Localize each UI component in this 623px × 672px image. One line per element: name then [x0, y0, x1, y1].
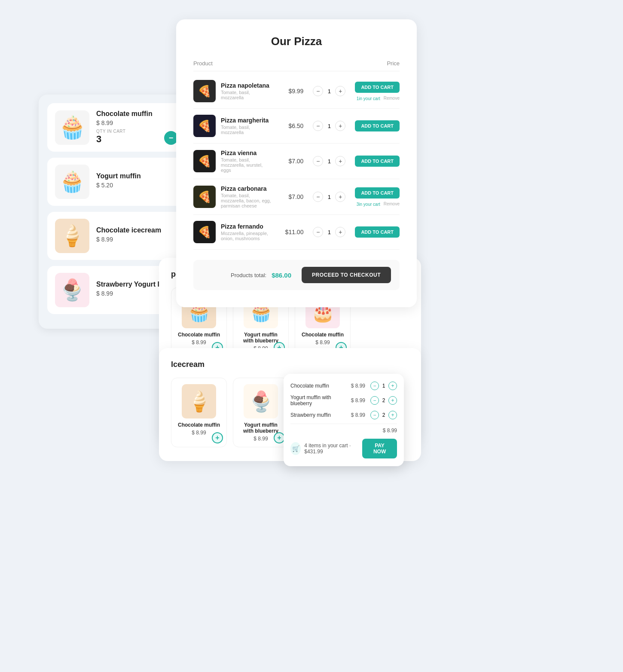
checkout-button[interactable]: PROCEED TO CHECKOUT [302, 267, 391, 283]
product-name: Chocolate muffin [178, 422, 220, 428]
product-price: $ 8.99 [253, 436, 268, 442]
table-row: 🍕 Pizza margherita Tomate, basil, mozzar… [193, 109, 400, 144]
product-price: $7.00 [278, 158, 303, 165]
product-image: 🍨 [244, 384, 278, 418]
table-row: 🍕 Pizza fernando Mozzarella, pineapple, … [193, 215, 400, 250]
product-image: 🧁 [55, 165, 89, 199]
pizza-icon: 🍕 [198, 119, 211, 133]
qty-value: 1 [326, 194, 333, 200]
product-info: Pizza napoletana Tomate, basil, mozzarel… [221, 82, 272, 100]
product-desc: Mozzarella, pineapple, onion, mushrooms [221, 231, 272, 241]
product-price: $ 8.99 [192, 430, 206, 436]
qty-value: 1 [326, 229, 333, 235]
qty-value: 1 [326, 88, 333, 95]
decrease-button[interactable]: − [313, 121, 323, 131]
pizza-icon: 🍕 [198, 155, 211, 168]
qty-controls: − 1 + [313, 227, 345, 237]
cart-item-price: $ 8.99 [344, 412, 365, 418]
cart-item-price: $ 8.99 [344, 383, 365, 389]
mini-cart-popup: Chocolate muffin $ 8.99 − 1 + Yogurt muf… [284, 374, 404, 466]
increase-button[interactable]: + [335, 156, 345, 166]
table-row: 🍕 Pizza carbonara Tomate, basil, mozzare… [193, 179, 400, 215]
decrease-button[interactable]: − [313, 156, 323, 166]
decrease-button[interactable]: − [370, 411, 379, 419]
product-price: $6.50 [278, 122, 303, 129]
product-image: 🍦 [55, 219, 89, 253]
product-name: Pizza napoletana [221, 82, 272, 89]
product-image: 🍨 [55, 273, 89, 307]
remove-link[interactable]: Remove [384, 202, 400, 206]
qty-value: 2 [381, 412, 387, 418]
product-image: 🍦 [182, 384, 216, 418]
product-name: Yogurt muffin with blueberry [238, 422, 283, 434]
decrease-button[interactable]: − [370, 396, 379, 405]
product-price: $9.99 [278, 88, 303, 95]
icecream-icon: 🍦 [187, 390, 211, 413]
qty-value: 1 [326, 123, 333, 129]
increase-button[interactable]: + [388, 382, 397, 390]
qty-controls: − 2 + [370, 411, 397, 419]
qty-controls: − 1 + [313, 121, 345, 131]
product-desc: Tomate, basil, mozzarella [221, 125, 272, 135]
in-cart-badge: 1in your cart [357, 96, 380, 101]
increase-button[interactable]: + [335, 227, 345, 237]
product-desc: Tomate, basil, mozzarella, wurstel, eggs [221, 157, 272, 173]
product-image: 🧁 [55, 110, 89, 145]
product-name: Pizza carbonara [221, 185, 272, 192]
add-to-cart-button[interactable]: ADD TO CART [355, 226, 400, 238]
pizza-icon: 🍕 [198, 190, 211, 204]
decrease-button[interactable]: − [313, 86, 323, 96]
product-info: Pizza fernando Mozzarella, pineapple, on… [221, 223, 272, 241]
decrease-button[interactable]: − [313, 227, 323, 237]
add-to-cart-button[interactable]: ADD TO CART [355, 187, 400, 199]
products-total: Products total: $86.00 PROCEED TO CHECKO… [193, 260, 400, 290]
product-name: Pizza vienna [221, 150, 272, 156]
product-image: 🍕 [193, 186, 216, 208]
add-button[interactable]: + [212, 432, 223, 443]
add-to-cart-button[interactable]: ADD TO CART [355, 120, 400, 131]
cart-actions: ADD TO CART [351, 156, 400, 167]
product-name: Yogurt muffin with blueberry [238, 332, 283, 344]
cart-icon: 🛒 [292, 445, 299, 452]
mini-cart-row: Yogurt muffin with blueberry $ 8.99 − 2 … [290, 394, 397, 406]
product-price: $11.00 [278, 229, 303, 235]
increase-button[interactable]: + [335, 86, 345, 96]
pizza-icon: 🍕 [198, 85, 211, 98]
decrease-button[interactable]: − [313, 192, 323, 202]
increase-button[interactable]: + [388, 396, 397, 405]
pay-now-button[interactable]: PAY NOW [362, 439, 397, 458]
qty-controls: − 1 + [313, 86, 345, 96]
product-price: $ 8.99 [315, 339, 330, 345]
table-row: 🍕 Pizza vienna Tomate, basil, mozzarella… [193, 144, 400, 179]
yogurt-muffin-icon: 🧁 [59, 170, 85, 194]
cart-item-name: Chocolate muffin [290, 383, 344, 389]
cart-summary: 🛒 4 items in your cart · $431.99 [290, 442, 358, 455]
product-desc: Tomate, basil, mozzarella [221, 90, 272, 100]
cart-actions: ADD TO CART 3in your cart Remove [351, 187, 400, 207]
last-item-price: $ 8.99 [290, 428, 397, 434]
table-row: 🍕 Pizza napoletana Tomate, basil, mozzar… [193, 74, 400, 109]
increase-button[interactable]: + [335, 192, 345, 202]
product-image: 🍕 [193, 221, 216, 243]
cart-item-name: Yogurt muffin with blueberry [290, 394, 344, 406]
add-to-cart-button[interactable]: ADD TO CART [355, 82, 400, 93]
cart-icon-circle: 🛒 [290, 442, 301, 455]
product-image: 🍕 [193, 150, 216, 172]
cart-footer: 🛒 4 items in your cart · $431.99 PAY NOW [290, 439, 397, 458]
cart-summary-text: 4 items in your cart · $431.99 [304, 443, 358, 455]
increase-button[interactable]: + [335, 121, 345, 131]
in-cart-badge: 3in your cart [357, 202, 380, 207]
add-to-cart-button[interactable]: ADD TO CART [355, 156, 400, 167]
section-title: Icecream [171, 360, 409, 369]
qty-value: 1 [326, 158, 333, 165]
total-label: Products total: [231, 272, 266, 278]
remove-link[interactable]: Remove [384, 96, 400, 101]
product-image: 🍕 [193, 80, 216, 102]
col-product: Product [193, 60, 213, 67]
icecream-blueberry-icon: 🍨 [249, 390, 273, 413]
col-price: Price [387, 60, 400, 67]
pizza-section: Our Pizza Product Price 🍕 Pizza napoleta… [176, 19, 417, 307]
cart-item-price: $ 8.99 [344, 397, 365, 403]
increase-button[interactable]: + [388, 411, 397, 419]
decrease-button[interactable]: − [370, 382, 379, 390]
